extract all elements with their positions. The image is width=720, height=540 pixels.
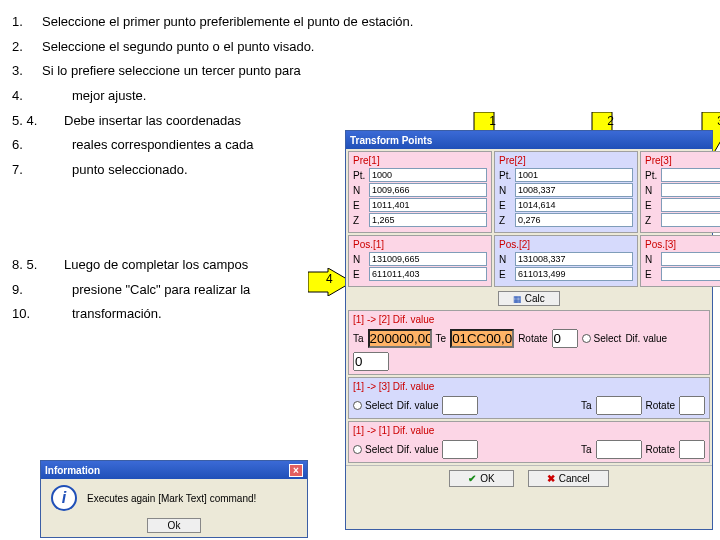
pre-1-box: Pre[1] Pt. N E Z — [348, 151, 492, 233]
d1-ta[interactable] — [368, 329, 432, 348]
li-9-text: presione "Calc" para realizar la — [42, 278, 250, 303]
pos3-e[interactable] — [661, 267, 720, 281]
pos2-n[interactable] — [515, 252, 633, 266]
pre-3-box: Pre[3] Pt. N E Z — [640, 151, 720, 233]
transform-points-dialog: Transform Points Pre[1] Pt. N E Z Pre[2]… — [345, 130, 713, 530]
info-ok-button[interactable]: Ok — [147, 518, 202, 533]
li-5-num: 5. 4. — [12, 109, 56, 134]
pos3-n[interactable] — [661, 252, 720, 266]
li-2-text: Seleccione el segundo punto o el punto v… — [42, 35, 314, 60]
d2-select-radio[interactable]: Select — [353, 400, 393, 411]
d1-select-radio[interactable]: Select — [582, 333, 622, 344]
d2-rotate[interactable] — [679, 396, 705, 415]
pre3-e[interactable] — [661, 198, 720, 212]
pre3-n[interactable] — [661, 183, 720, 197]
d1-dif[interactable] — [353, 352, 389, 371]
d2-ta[interactable] — [596, 396, 642, 415]
li-8-text: Luego de completar los campos — [64, 253, 248, 278]
pos-2-box: Pos.[2] N E — [494, 235, 638, 287]
li-10-num: 10. — [12, 302, 34, 327]
diff-2-box: [1] -> [3] Dif. value Select Dif. value … — [348, 377, 710, 419]
info-close-button[interactable]: × — [289, 464, 303, 477]
li-2-num: 2. — [12, 35, 34, 60]
check-icon: ✔ — [468, 473, 476, 484]
d3-dif[interactable] — [442, 440, 478, 459]
pos-1-box: Pos.[1] N E — [348, 235, 492, 287]
diff-1-box: [1] -> [2] Dif. value Ta Te Rotate Selec… — [348, 310, 710, 375]
tp-titlebar: Transform Points — [346, 131, 712, 149]
pre3-pt[interactable] — [661, 168, 720, 182]
li-5-text: Debe insertar las coordenadas — [64, 109, 241, 134]
info-title: Information — [45, 465, 100, 476]
li-1-num: 1. — [12, 10, 34, 35]
li-6-text: reales correspondientes a cada — [42, 133, 253, 158]
pos1-n[interactable] — [369, 252, 487, 266]
pre1-pt[interactable] — [369, 168, 487, 182]
d2-dif[interactable] — [442, 396, 478, 415]
d3-select-radio[interactable]: Select — [353, 444, 393, 455]
d3-ta[interactable] — [596, 440, 642, 459]
close-icon: ✖ — [547, 473, 555, 484]
info-message: Executes again [Mark Text] command! — [87, 493, 256, 504]
li-1-text: Seleccione el primer punto preferiblemen… — [42, 10, 413, 35]
li-10-text: transformación. — [42, 302, 162, 327]
callout-4-label: 4 — [326, 272, 333, 286]
d1-te[interactable] — [450, 329, 514, 348]
pre1-n[interactable] — [369, 183, 487, 197]
pos2-e[interactable] — [515, 267, 633, 281]
pos-3-box: Pos.[3] N E — [640, 235, 720, 287]
pre3-z[interactable] — [661, 213, 720, 227]
pre2-e[interactable] — [515, 198, 633, 212]
information-dialog: Information × i Executes again [Mark Tex… — [40, 460, 308, 538]
pos1-e[interactable] — [369, 267, 487, 281]
d3-rotate[interactable] — [679, 440, 705, 459]
d1-rotate[interactable] — [552, 329, 578, 348]
li-7-text: punto seleccionado. — [42, 158, 188, 183]
info-icon: i — [51, 485, 77, 511]
diff-3-box: [1] -> [1] Dif. value Select Dif. value … — [348, 421, 710, 463]
pre1-z[interactable] — [369, 213, 487, 227]
pre-2-box: Pre[2] Pt. N E Z — [494, 151, 638, 233]
cancel-button[interactable]: ✖Cancel — [528, 470, 609, 487]
li-3-num: 3. — [12, 59, 34, 84]
pre1-e[interactable] — [369, 198, 487, 212]
calc-button[interactable]: Calc — [498, 291, 560, 306]
pre2-pt[interactable] — [515, 168, 633, 182]
li-4-num: 4. — [12, 84, 34, 109]
li-6-num: 6. — [12, 133, 34, 158]
ok-button[interactable]: ✔OK — [449, 470, 513, 487]
li-3-text: Si lo prefiere seleccione un tercer punt… — [42, 59, 301, 84]
li-4-text: mejor ajuste. — [42, 84, 146, 109]
pre2-z[interactable] — [515, 213, 633, 227]
pre2-n[interactable] — [515, 183, 633, 197]
li-7-num: 7. — [12, 158, 34, 183]
li-9-num: 9. — [12, 278, 34, 303]
li-8-num: 8. 5. — [12, 253, 56, 278]
